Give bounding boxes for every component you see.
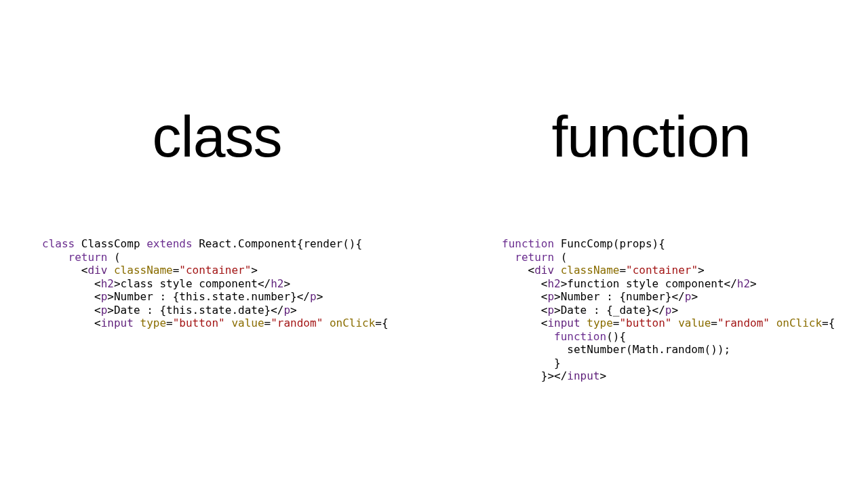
str-container: "container" — [179, 264, 251, 277]
gt6: > — [107, 304, 114, 317]
anonfn-close: } — [554, 357, 561, 369]
r-attr-classname: className — [561, 264, 620, 277]
lt6: < — [94, 304, 101, 317]
r-date-label: Date : — [561, 304, 606, 317]
gt2: > — [114, 277, 121, 290]
r-tag-p1c: p — [685, 290, 692, 303]
jsx-close: }> — [541, 369, 554, 382]
right-code-block: function FuncComp(props){ return ( <div … — [502, 237, 835, 383]
lt4: < — [94, 290, 101, 303]
tag-p2c: p — [283, 304, 290, 317]
kw-function: function — [502, 237, 554, 250]
r-tag-h2: h2 — [547, 277, 560, 290]
tag-div: div — [87, 264, 107, 277]
r-paren-open: ( — [613, 237, 620, 250]
r-eq3: = — [711, 317, 717, 329]
r-lt6: < — [541, 304, 548, 317]
r-lt2: < — [541, 277, 548, 290]
lt5: </ — [297, 290, 310, 303]
id-funcname: FuncComp — [561, 237, 613, 250]
kw-extends: extends — [146, 237, 192, 250]
kw-anonfn: function — [554, 330, 606, 343]
kw-return: return — [68, 251, 108, 264]
num-label: Number : — [114, 290, 173, 303]
gt7: > — [290, 304, 297, 317]
lt8: < — [94, 317, 101, 329]
left-code-block: class ClassComp extends React.Component{… — [42, 237, 389, 330]
return-paren: ( — [107, 251, 120, 264]
tag-p1: p — [101, 290, 108, 303]
right-title: function — [551, 107, 750, 165]
tag-h2: h2 — [101, 277, 114, 290]
r-paren-close: ){ — [652, 237, 665, 250]
gt4: > — [107, 290, 114, 303]
r-tag-h2c: h2 — [737, 277, 750, 290]
slide: class class ClassComp extends React.Comp… — [0, 0, 868, 488]
right-column: function function FuncComp(props){ retur… — [434, 0, 868, 488]
r-num-expr: {number} — [619, 290, 671, 303]
gt: > — [251, 264, 258, 277]
eq2: = — [166, 317, 173, 329]
r-eq2: = — [613, 317, 620, 329]
str-button: "button" — [173, 317, 225, 329]
r-tag-div: div — [534, 264, 554, 277]
tag-p2: p — [101, 304, 108, 317]
eq: = — [173, 264, 180, 277]
fn-render: render — [303, 237, 342, 250]
kw-return-r: return — [515, 251, 554, 264]
str-random: "random" — [271, 317, 323, 329]
kw-class: class — [42, 237, 75, 250]
r-lt: < — [528, 264, 535, 277]
r-gt6: > — [554, 304, 561, 317]
r-gt5: > — [691, 290, 698, 303]
r-lt3: </ — [724, 277, 737, 290]
r-attr-value: value — [678, 317, 711, 329]
id-base: React.Component — [199, 237, 297, 250]
attr-value: value — [231, 317, 264, 329]
r-attr-type: type — [587, 317, 613, 329]
tag-h2c: h2 — [271, 277, 283, 290]
lt: < — [81, 264, 88, 277]
r-date-expr: {_date} — [606, 304, 652, 317]
r-lt8: < — [541, 317, 548, 329]
eqbrace: ={ — [375, 317, 388, 329]
lt7: </ — [271, 304, 283, 317]
r-h2-text: function style component — [567, 277, 724, 290]
r-lt4: < — [541, 290, 548, 303]
tag-p1c: p — [310, 290, 317, 303]
r-lt7: </ — [652, 304, 665, 317]
anonfn-sig: (){ — [606, 330, 626, 343]
num-expr: {this.state.number} — [173, 290, 297, 303]
r-str-button: "button" — [619, 317, 671, 329]
r-lt5: </ — [671, 290, 684, 303]
r-gt: > — [698, 264, 705, 277]
r-tag-inputc: input — [567, 369, 599, 382]
r-tag-p1: p — [547, 290, 554, 303]
r-tag-input: input — [547, 317, 580, 329]
r-gt2: > — [561, 277, 568, 290]
r-gt9: > — [600, 369, 607, 382]
attr-classname: className — [114, 264, 173, 277]
date-label: Date : — [114, 304, 159, 317]
r-tag-p2: p — [547, 304, 554, 317]
brace-open: { — [297, 237, 304, 250]
r-str-random: "random" — [717, 317, 770, 329]
r-tag-p2c: p — [665, 304, 672, 317]
id-classname: ClassComp — [81, 237, 140, 250]
r-str-container: "container" — [626, 264, 698, 277]
eq3: = — [264, 317, 271, 329]
r-num-label: Number : — [561, 290, 620, 303]
r-gt3: > — [750, 277, 757, 290]
r-attr-onclick: onClick — [776, 317, 822, 329]
gt5: > — [317, 290, 323, 303]
lt3: </ — [258, 277, 271, 290]
r-lt9: </ — [554, 369, 567, 382]
attr-type: type — [140, 317, 167, 329]
render-sig: (){ — [342, 237, 362, 250]
h2-text: class style component — [121, 277, 258, 290]
id-props: props — [619, 237, 652, 250]
tag-input: input — [101, 317, 134, 329]
r-eqbrace: ={ — [822, 317, 835, 329]
attr-onclick: onClick — [330, 317, 375, 329]
return-paren-r: ( — [554, 251, 567, 264]
